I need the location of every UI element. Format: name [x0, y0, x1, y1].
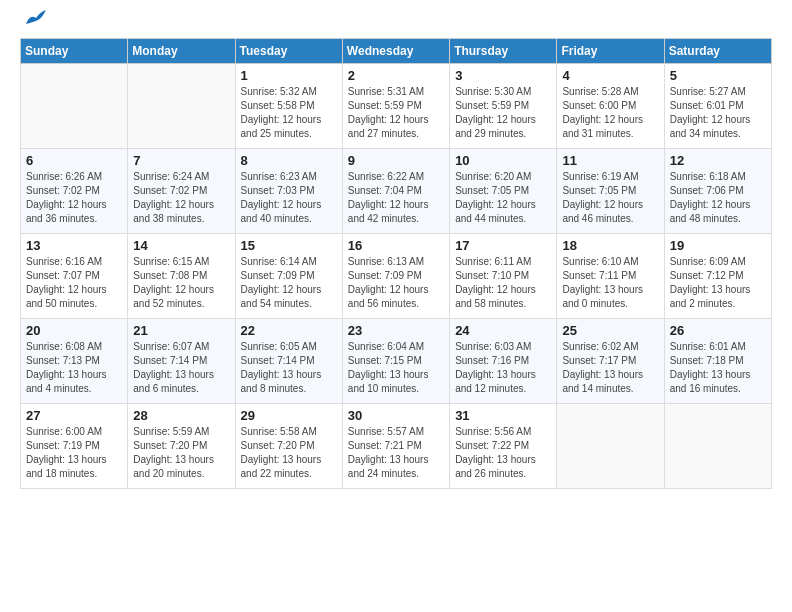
- day-number: 7: [133, 153, 229, 168]
- day-info: Sunrise: 5:56 AM Sunset: 7:22 PM Dayligh…: [455, 425, 551, 481]
- day-number: 8: [241, 153, 337, 168]
- day-info: Sunrise: 5:58 AM Sunset: 7:20 PM Dayligh…: [241, 425, 337, 481]
- day-info: Sunrise: 5:28 AM Sunset: 6:00 PM Dayligh…: [562, 85, 658, 141]
- calendar-day-cell: 22Sunrise: 6:05 AM Sunset: 7:14 PM Dayli…: [235, 319, 342, 404]
- calendar-day-cell: 21Sunrise: 6:07 AM Sunset: 7:14 PM Dayli…: [128, 319, 235, 404]
- calendar-day-cell: 9Sunrise: 6:22 AM Sunset: 7:04 PM Daylig…: [342, 149, 449, 234]
- calendar-day-cell: 1Sunrise: 5:32 AM Sunset: 5:58 PM Daylig…: [235, 64, 342, 149]
- day-info: Sunrise: 6:01 AM Sunset: 7:18 PM Dayligh…: [670, 340, 766, 396]
- page-header: [20, 20, 772, 28]
- day-number: 31: [455, 408, 551, 423]
- day-of-week-header: Thursday: [450, 39, 557, 64]
- calendar-week-row: 27Sunrise: 6:00 AM Sunset: 7:19 PM Dayli…: [21, 404, 772, 489]
- calendar-header-row: SundayMondayTuesdayWednesdayThursdayFrid…: [21, 39, 772, 64]
- calendar-day-cell: 10Sunrise: 6:20 AM Sunset: 7:05 PM Dayli…: [450, 149, 557, 234]
- day-number: 9: [348, 153, 444, 168]
- day-number: 20: [26, 323, 122, 338]
- day-number: 27: [26, 408, 122, 423]
- calendar-day-cell: 23Sunrise: 6:04 AM Sunset: 7:15 PM Dayli…: [342, 319, 449, 404]
- calendar-day-cell: 17Sunrise: 6:11 AM Sunset: 7:10 PM Dayli…: [450, 234, 557, 319]
- calendar-day-cell: [664, 404, 771, 489]
- day-number: 23: [348, 323, 444, 338]
- calendar-day-cell: [557, 404, 664, 489]
- day-info: Sunrise: 6:05 AM Sunset: 7:14 PM Dayligh…: [241, 340, 337, 396]
- day-number: 5: [670, 68, 766, 83]
- day-info: Sunrise: 6:10 AM Sunset: 7:11 PM Dayligh…: [562, 255, 658, 311]
- day-info: Sunrise: 5:59 AM Sunset: 7:20 PM Dayligh…: [133, 425, 229, 481]
- day-number: 30: [348, 408, 444, 423]
- calendar-day-cell: 3Sunrise: 5:30 AM Sunset: 5:59 PM Daylig…: [450, 64, 557, 149]
- calendar-day-cell: [128, 64, 235, 149]
- day-number: 17: [455, 238, 551, 253]
- calendar-day-cell: 8Sunrise: 6:23 AM Sunset: 7:03 PM Daylig…: [235, 149, 342, 234]
- day-info: Sunrise: 6:18 AM Sunset: 7:06 PM Dayligh…: [670, 170, 766, 226]
- day-number: 12: [670, 153, 766, 168]
- day-number: 25: [562, 323, 658, 338]
- calendar-day-cell: 19Sunrise: 6:09 AM Sunset: 7:12 PM Dayli…: [664, 234, 771, 319]
- calendar-day-cell: 15Sunrise: 6:14 AM Sunset: 7:09 PM Dayli…: [235, 234, 342, 319]
- day-info: Sunrise: 6:23 AM Sunset: 7:03 PM Dayligh…: [241, 170, 337, 226]
- logo: [20, 20, 46, 28]
- calendar-day-cell: 11Sunrise: 6:19 AM Sunset: 7:05 PM Dayli…: [557, 149, 664, 234]
- day-number: 3: [455, 68, 551, 83]
- day-number: 14: [133, 238, 229, 253]
- day-number: 26: [670, 323, 766, 338]
- day-number: 13: [26, 238, 122, 253]
- day-info: Sunrise: 6:16 AM Sunset: 7:07 PM Dayligh…: [26, 255, 122, 311]
- day-number: 6: [26, 153, 122, 168]
- day-number: 22: [241, 323, 337, 338]
- calendar-day-cell: 5Sunrise: 5:27 AM Sunset: 6:01 PM Daylig…: [664, 64, 771, 149]
- day-info: Sunrise: 6:13 AM Sunset: 7:09 PM Dayligh…: [348, 255, 444, 311]
- day-info: Sunrise: 6:03 AM Sunset: 7:16 PM Dayligh…: [455, 340, 551, 396]
- calendar-day-cell: 7Sunrise: 6:24 AM Sunset: 7:02 PM Daylig…: [128, 149, 235, 234]
- day-number: 1: [241, 68, 337, 83]
- day-info: Sunrise: 5:32 AM Sunset: 5:58 PM Dayligh…: [241, 85, 337, 141]
- day-info: Sunrise: 6:14 AM Sunset: 7:09 PM Dayligh…: [241, 255, 337, 311]
- calendar-week-row: 13Sunrise: 6:16 AM Sunset: 7:07 PM Dayli…: [21, 234, 772, 319]
- calendar-day-cell: 29Sunrise: 5:58 AM Sunset: 7:20 PM Dayli…: [235, 404, 342, 489]
- day-info: Sunrise: 5:31 AM Sunset: 5:59 PM Dayligh…: [348, 85, 444, 141]
- day-of-week-header: Saturday: [664, 39, 771, 64]
- day-info: Sunrise: 6:08 AM Sunset: 7:13 PM Dayligh…: [26, 340, 122, 396]
- day-number: 19: [670, 238, 766, 253]
- day-number: 10: [455, 153, 551, 168]
- day-number: 28: [133, 408, 229, 423]
- calendar-day-cell: 28Sunrise: 5:59 AM Sunset: 7:20 PM Dayli…: [128, 404, 235, 489]
- calendar-day-cell: 2Sunrise: 5:31 AM Sunset: 5:59 PM Daylig…: [342, 64, 449, 149]
- day-info: Sunrise: 6:11 AM Sunset: 7:10 PM Dayligh…: [455, 255, 551, 311]
- day-info: Sunrise: 6:04 AM Sunset: 7:15 PM Dayligh…: [348, 340, 444, 396]
- calendar-day-cell: 26Sunrise: 6:01 AM Sunset: 7:18 PM Dayli…: [664, 319, 771, 404]
- day-info: Sunrise: 6:07 AM Sunset: 7:14 PM Dayligh…: [133, 340, 229, 396]
- calendar-day-cell: 6Sunrise: 6:26 AM Sunset: 7:02 PM Daylig…: [21, 149, 128, 234]
- day-number: 2: [348, 68, 444, 83]
- calendar-day-cell: 18Sunrise: 6:10 AM Sunset: 7:11 PM Dayli…: [557, 234, 664, 319]
- calendar-day-cell: [21, 64, 128, 149]
- calendar-day-cell: 16Sunrise: 6:13 AM Sunset: 7:09 PM Dayli…: [342, 234, 449, 319]
- calendar-day-cell: 12Sunrise: 6:18 AM Sunset: 7:06 PM Dayli…: [664, 149, 771, 234]
- calendar-week-row: 1Sunrise: 5:32 AM Sunset: 5:58 PM Daylig…: [21, 64, 772, 149]
- day-of-week-header: Friday: [557, 39, 664, 64]
- calendar-day-cell: 25Sunrise: 6:02 AM Sunset: 7:17 PM Dayli…: [557, 319, 664, 404]
- calendar-day-cell: 13Sunrise: 6:16 AM Sunset: 7:07 PM Dayli…: [21, 234, 128, 319]
- day-info: Sunrise: 6:15 AM Sunset: 7:08 PM Dayligh…: [133, 255, 229, 311]
- day-number: 18: [562, 238, 658, 253]
- day-number: 4: [562, 68, 658, 83]
- calendar-day-cell: 30Sunrise: 5:57 AM Sunset: 7:21 PM Dayli…: [342, 404, 449, 489]
- day-info: Sunrise: 6:24 AM Sunset: 7:02 PM Dayligh…: [133, 170, 229, 226]
- day-info: Sunrise: 6:00 AM Sunset: 7:19 PM Dayligh…: [26, 425, 122, 481]
- day-info: Sunrise: 6:20 AM Sunset: 7:05 PM Dayligh…: [455, 170, 551, 226]
- calendar-day-cell: 14Sunrise: 6:15 AM Sunset: 7:08 PM Dayli…: [128, 234, 235, 319]
- day-number: 16: [348, 238, 444, 253]
- day-info: Sunrise: 5:30 AM Sunset: 5:59 PM Dayligh…: [455, 85, 551, 141]
- day-number: 24: [455, 323, 551, 338]
- calendar-week-row: 20Sunrise: 6:08 AM Sunset: 7:13 PM Dayli…: [21, 319, 772, 404]
- calendar-week-row: 6Sunrise: 6:26 AM Sunset: 7:02 PM Daylig…: [21, 149, 772, 234]
- day-info: Sunrise: 5:57 AM Sunset: 7:21 PM Dayligh…: [348, 425, 444, 481]
- day-of-week-header: Sunday: [21, 39, 128, 64]
- calendar-table: SundayMondayTuesdayWednesdayThursdayFrid…: [20, 38, 772, 489]
- day-info: Sunrise: 6:19 AM Sunset: 7:05 PM Dayligh…: [562, 170, 658, 226]
- day-info: Sunrise: 6:26 AM Sunset: 7:02 PM Dayligh…: [26, 170, 122, 226]
- day-number: 21: [133, 323, 229, 338]
- day-number: 29: [241, 408, 337, 423]
- calendar-day-cell: 24Sunrise: 6:03 AM Sunset: 7:16 PM Dayli…: [450, 319, 557, 404]
